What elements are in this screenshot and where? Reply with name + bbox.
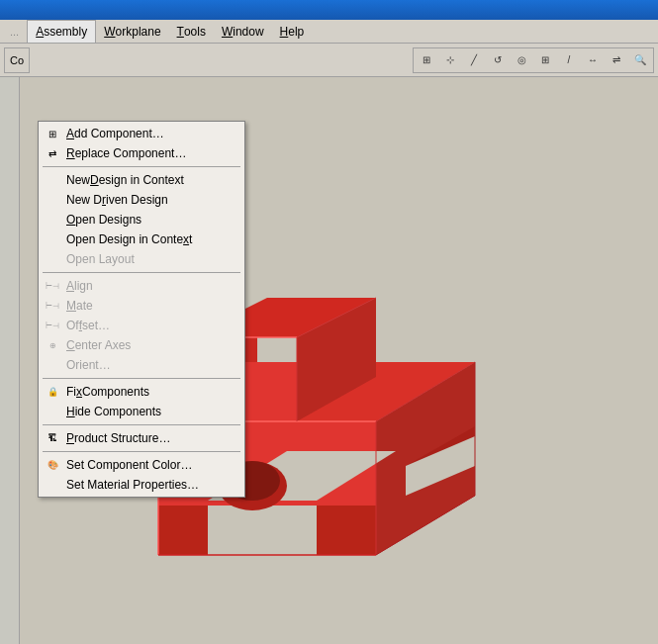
add-component-icon: ⊞: [45, 126, 60, 141]
toolbar-btn-7[interactable]: /: [558, 49, 580, 71]
menu-open-designs[interactable]: Open Designs: [39, 210, 244, 230]
separator-2: [43, 272, 240, 273]
orient-icon: [45, 357, 60, 373]
menu-replace-component[interactable]: ⇄ Replace Component…: [39, 143, 244, 163]
menu-open-layout: Open Layout: [39, 249, 244, 269]
mate-icon: ⊢⊣: [45, 298, 60, 314]
set-color-icon: 🎨: [45, 457, 60, 473]
coordinate-label: Co: [7, 54, 27, 66]
set-material-icon: [45, 477, 60, 493]
menu-center-axes: ⊕ Center Axes: [39, 335, 244, 355]
product-structure-icon: 🏗: [45, 430, 60, 446]
menu-new-driven-design[interactable]: New Driven Design: [39, 190, 244, 210]
menu-item-window[interactable]: Window: [214, 20, 272, 43]
toolbar-btn-2[interactable]: ⊹: [439, 49, 461, 71]
replace-component-icon: ⇄: [45, 145, 60, 161]
toolbar-btn-6[interactable]: ⊞: [534, 49, 556, 71]
fix-components-icon: 🔒: [45, 384, 60, 400]
toolbar-view-group: ⊞ ⊹ ╱ ↺ ◎ ⊞ / ↔ ⇌ 🔍: [413, 47, 654, 73]
new-driven-icon: [45, 192, 60, 208]
title-bar: [0, 0, 658, 20]
menu-product-structure[interactable]: 🏗 Product Structure…: [39, 428, 244, 448]
menu-item-file[interactable]: ...: [2, 20, 27, 43]
toolbar-btn-4[interactable]: ↺: [487, 49, 509, 71]
toolbar-btn-3[interactable]: ╱: [463, 49, 485, 71]
menu-hide-components[interactable]: Hide Components: [39, 402, 244, 421]
main-content: ⊞ Add Component… ⇄ Replace Component… Ne…: [0, 77, 658, 644]
menu-align: ⊢⊣ Align: [39, 276, 244, 296]
menu-item-help[interactable]: Help: [272, 20, 313, 43]
svg-marker-10: [208, 506, 317, 555]
svg-marker-8: [158, 506, 208, 555]
offset-icon: ⊢⊣: [45, 318, 60, 333]
menu-item-assembly[interactable]: Assembly: [27, 20, 96, 43]
menu-set-material[interactable]: Set Material Properties…: [39, 475, 244, 495]
toolbar-btn-5[interactable]: ◎: [511, 49, 532, 71]
toolbar-btn-9[interactable]: ⇌: [606, 49, 627, 71]
new-design-context-icon: [45, 172, 60, 188]
hide-components-icon: [45, 404, 60, 419]
menu-mate: ⊢⊣ Mate: [39, 296, 244, 316]
separator-4: [43, 424, 240, 425]
toolbar-btn-1[interactable]: ⊞: [416, 49, 437, 71]
separator-1: [43, 166, 240, 167]
menu-item-tools[interactable]: Tools: [169, 20, 214, 43]
menu-new-design-context[interactable]: New Design in Context: [39, 170, 244, 190]
open-designs-icon: [45, 212, 60, 228]
center-axes-icon: ⊕: [45, 337, 60, 353]
menu-add-component[interactable]: ⊞ Add Component…: [39, 124, 244, 143]
align-icon: ⊢⊣: [45, 278, 60, 294]
menu-set-color[interactable]: 🎨 Set Component Color…: [39, 455, 244, 475]
toolbar-btn-10[interactable]: 🔍: [629, 49, 651, 71]
viewport[interactable]: ⊞ Add Component… ⇄ Replace Component… Ne…: [20, 77, 658, 644]
open-layout-icon: [45, 251, 60, 267]
toolbar-coordinate-group: Co: [4, 47, 30, 73]
open-design-context-icon: [45, 231, 60, 247]
menu-open-design-context[interactable]: Open Design in Context: [39, 230, 244, 249]
toolbar: Co ⊞ ⊹ ╱ ↺ ◎ ⊞ / ↔ ⇌ 🔍: [0, 44, 658, 77]
separator-3: [43, 378, 240, 379]
menu-bar: ... Assembly Workplane Tools Window Help: [0, 20, 658, 44]
svg-marker-9: [317, 506, 376, 555]
menu-offset: ⊢⊣ Offset…: [39, 316, 244, 335]
menu-orient: Orient…: [39, 355, 244, 375]
toolbar-btn-8[interactable]: ↔: [582, 49, 604, 71]
menu-fix-components[interactable]: 🔒 Fix Components: [39, 382, 244, 402]
separator-5: [43, 451, 240, 452]
dropdown-menu: ⊞ Add Component… ⇄ Replace Component… Ne…: [38, 121, 245, 498]
menu-item-workplane[interactable]: Workplane: [96, 20, 168, 43]
left-panel: [0, 77, 20, 644]
